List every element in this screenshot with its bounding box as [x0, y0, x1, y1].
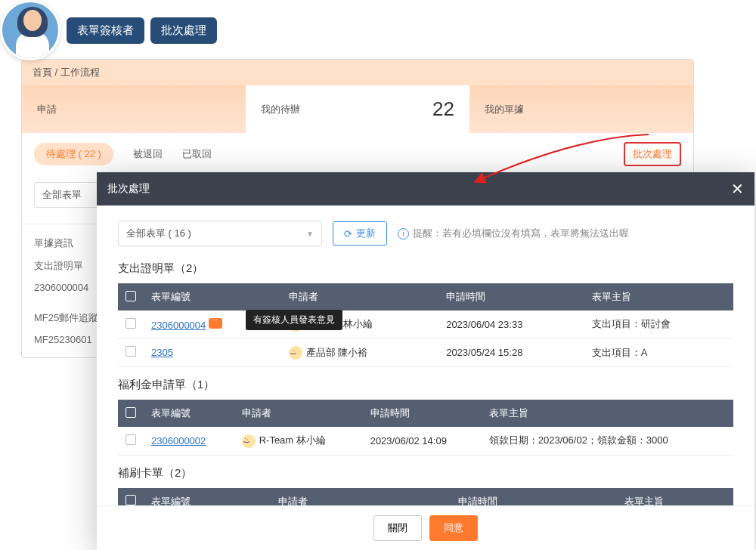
th-time: 申請時間: [438, 283, 584, 311]
action-badge: 批次處理: [150, 17, 217, 44]
refresh-button[interactable]: ⟳更新: [333, 221, 387, 246]
close-icon[interactable]: ✕: [731, 180, 744, 198]
info-icon: i: [398, 228, 409, 239]
th-applicant: 申請者: [271, 488, 451, 505]
tab-apply[interactable]: 申請: [22, 85, 246, 133]
th-applicant: 申請者: [281, 283, 438, 311]
todo-count: 22: [432, 97, 454, 121]
apply-time: 2023/06/04 23:33: [438, 311, 584, 338]
form-link[interactable]: 2305: [151, 347, 173, 358]
avatar: [0, 0, 60, 60]
tab-mine[interactable]: 我的單據: [469, 85, 693, 133]
hero: 表單簽核者 批次處理: [0, 0, 217, 60]
table: 表單編號 申請者 申請時間 表單主旨 2306000002 R-Team 林小綸…: [118, 400, 733, 456]
table-row: 2306000002 R-Team 林小綸 2023/06/02 14:09 領…: [118, 427, 733, 455]
subtab-canceled[interactable]: 已取回: [182, 147, 212, 161]
applicant: 產品部 陳小裕: [306, 347, 368, 358]
subject: 支出項目：A: [584, 338, 733, 367]
th-checkbox[interactable]: [118, 400, 144, 427]
modal-form-select[interactable]: 全部表單 ( 16 )▼: [118, 221, 322, 246]
th-subject: 表單主旨: [617, 488, 733, 505]
th-time: 申請時間: [363, 400, 482, 427]
chevron-down-icon: ▼: [306, 230, 314, 238]
avatar-icon: [289, 346, 302, 360]
section-title: 支出證明單（2）: [118, 261, 733, 276]
apply-time: 2023/06/02 14:09: [363, 427, 482, 455]
modal-body: 全部表單 ( 16 )▼ ⟳更新 i提醒：若有必填欄位沒有填寫，表單將無法送出喔…: [97, 205, 754, 505]
subtab-pending[interactable]: 待處理 ( 22 ): [34, 143, 113, 165]
close-button[interactable]: 關閉: [373, 515, 422, 541]
th-subject: 表單主旨: [584, 283, 733, 311]
role-badge: 表單簽核者: [67, 17, 144, 44]
applicant: R-Team 林小綸: [259, 434, 326, 446]
section-title: 福利金申請單（1）: [118, 378, 733, 392]
agree-button[interactable]: 同意: [429, 515, 478, 541]
batch-modal: 批次處理 ✕ 全部表單 ( 16 )▼ ⟳更新 i提醒：若有必填欄位沒有填寫，表…: [97, 172, 754, 550]
subject: 領款日期：2023/06/02；領款金額：3000: [482, 427, 733, 455]
row-checkbox[interactable]: [125, 346, 136, 357]
table: 表單編號 申請者 申請時間 表單主旨 2306000004 R-Team 林小綸…: [118, 283, 733, 367]
th-checkbox[interactable]: [118, 283, 144, 311]
th-subject: 表單主旨: [482, 400, 733, 427]
avatar-icon: [242, 434, 256, 448]
table-row: 2305 產品部 陳小裕 2023/05/24 15:28 支出項目：A: [118, 338, 733, 367]
row-checkbox[interactable]: [125, 434, 136, 445]
form-link[interactable]: 2306000004: [151, 320, 206, 331]
modal-header: 批次處理 ✕: [97, 172, 754, 205]
table-row: 2306000004 R-Team 林小綸 2023/06/04 23:33 支…: [118, 311, 733, 338]
table: 表單編號 申請者 申請時間 表單主旨 2305000008 R-Team 劉小真…: [118, 488, 733, 505]
th-no: 表單編號: [144, 283, 281, 311]
apply-time: 2023/05/24 15:28: [438, 338, 584, 367]
subtab-returned[interactable]: 被退回: [133, 147, 163, 161]
tabs: 申請 我的待辦 22 我的單據: [22, 85, 693, 133]
comment-icon: [209, 318, 222, 329]
th-no: 表單編號: [144, 488, 271, 505]
th-no: 表單編號: [144, 400, 234, 427]
th-checkbox[interactable]: [118, 488, 144, 505]
th-time: 申請時間: [451, 488, 617, 505]
subject: 支出項目：研討會: [584, 311, 733, 338]
tooltip: 有簽核人員發表意見: [246, 310, 342, 330]
modal-footer: 關閉 同意: [97, 505, 754, 550]
row-checkbox[interactable]: [125, 318, 136, 329]
form-link[interactable]: 2306000002: [151, 435, 206, 446]
breadcrumb: 首頁 / 工作流程: [22, 60, 693, 85]
th-applicant: 申請者: [234, 400, 363, 427]
section-title: 補刷卡單（2）: [118, 466, 733, 480]
subtabs: 待處理 ( 22 ) 被退回 已取回 批次處理: [22, 133, 693, 175]
modal-title: 批次處理: [107, 182, 150, 196]
batch-button[interactable]: 批次處理: [624, 142, 681, 166]
tab-todo[interactable]: 我的待辦 22: [246, 85, 469, 133]
reminder: i提醒：若有必填欄位沒有填寫，表單將無法送出喔: [398, 227, 629, 240]
